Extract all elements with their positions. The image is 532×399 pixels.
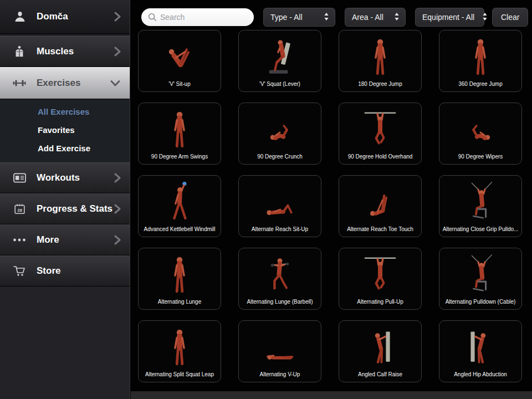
exercise-card[interactable]: Alternating Pull-Up xyxy=(339,248,422,310)
sidebar-item-progress-stats[interactable]: 28 Progress & Stats xyxy=(0,193,130,224)
exercise-card[interactable]: Alternating Split Squat Leap xyxy=(138,320,221,382)
exercise-name: Angled Calf Raise xyxy=(339,371,421,382)
dropdown-label: Type - All xyxy=(270,13,316,22)
sidebar-item-more[interactable]: More xyxy=(0,224,130,255)
search-input[interactable] xyxy=(141,8,254,26)
exercise-name: 180 Degree Jump xyxy=(339,81,421,91)
exercise-name: Alternating Split Squat Leap xyxy=(139,371,221,382)
bottom-strip xyxy=(131,391,532,399)
sort-arrows-icon xyxy=(324,12,329,23)
exercise-card[interactable]: Angled Calf Raise xyxy=(339,320,422,382)
exercise-card[interactable]: 360 Degree Jump xyxy=(439,30,522,92)
sidebar-item-exercises[interactable]: Exercises xyxy=(0,67,130,99)
sort-arrows-icon xyxy=(394,12,400,23)
dumbbell-icon xyxy=(12,79,27,87)
chevron-right-icon xyxy=(114,46,121,57)
sidebar-item-muscles[interactable]: Muscles xyxy=(0,36,130,67)
exercise-name: 'V' Sit-up xyxy=(139,81,221,91)
exercise-card[interactable]: 'V' Sit-up xyxy=(138,30,221,92)
exercise-name: Alternating Lunge xyxy=(139,299,221,309)
filter-bar: Type - All Area - All Equipment - All Cl… xyxy=(131,0,532,27)
exercise-card[interactable]: Angled Hip Abduction xyxy=(439,320,522,382)
chevron-right-icon xyxy=(114,11,121,22)
exercise-name: 90 Degree Wipers xyxy=(439,154,521,164)
dropdown-label: Equipment - All xyxy=(422,13,474,22)
exercise-name: Alternate Reach Sit-Up xyxy=(239,226,321,237)
exercise-figure xyxy=(439,176,521,226)
exercises-submenu: All Exercises Favorites Add Exercise xyxy=(0,99,130,162)
exercise-name: 'V' Squat (Lever) xyxy=(239,81,321,91)
search-field-wrap xyxy=(141,8,254,26)
exercise-name: Angled Hip Abduction xyxy=(439,371,521,382)
exercise-figure xyxy=(439,248,521,299)
exercise-name: Alternating Pull-Up xyxy=(339,299,421,309)
area-filter-dropdown[interactable]: Area - All xyxy=(345,8,406,27)
sidebar-item-label: Progress & Stats xyxy=(37,203,114,214)
workouts-icon xyxy=(12,173,27,183)
submenu-add-exercise[interactable]: Add Exercise xyxy=(0,139,130,157)
sidebar-item-workouts[interactable]: Workouts xyxy=(0,162,130,193)
exercise-card[interactable]: Alternating V-Up xyxy=(238,320,321,382)
exercise-card[interactable]: 90 Degree Crunch xyxy=(238,103,321,165)
exercise-figure xyxy=(139,30,221,81)
submenu-all-exercises[interactable]: All Exercises xyxy=(0,103,130,121)
exercise-figure xyxy=(139,176,221,226)
exercise-figure xyxy=(339,321,421,371)
exercise-figure xyxy=(139,321,221,371)
sidebar-profile[interactable]: Domča xyxy=(0,0,130,34)
exercise-figure xyxy=(339,103,421,154)
exercise-figure xyxy=(339,176,421,226)
chevron-right-icon xyxy=(114,203,121,214)
clear-filters-button[interactable]: Clear xyxy=(492,8,528,27)
chevron-down-icon xyxy=(110,80,121,87)
exercise-grid: 'V' Sit-up 'V' Squat (Lever) 180 Degree … xyxy=(131,27,532,382)
exercise-card[interactable]: 90 Degree Hold Overhand xyxy=(339,103,422,165)
exercise-figure xyxy=(339,30,421,81)
exercise-figure xyxy=(339,248,421,299)
chevron-right-icon xyxy=(114,172,121,183)
cart-icon xyxy=(12,265,27,277)
exercise-figure xyxy=(139,103,221,154)
exercise-figure xyxy=(239,321,321,371)
type-filter-dropdown[interactable]: Type - All xyxy=(263,8,335,27)
exercise-figure xyxy=(439,103,521,154)
main-content: Type - All Area - All Equipment - All Cl… xyxy=(131,0,532,399)
sort-arrows-icon xyxy=(482,12,488,23)
calendar-icon: 28 xyxy=(12,203,27,215)
exercise-card[interactable]: Alternating Close Grip Pulldo... xyxy=(439,175,522,237)
exercise-name: Alternate Reach Toe Touch xyxy=(339,226,421,237)
exercise-card[interactable]: 180 Degree Jump xyxy=(339,30,422,92)
exercise-name: 360 Degree Jump xyxy=(439,81,521,91)
exercise-card[interactable]: Alternating Lunge (Barbell) xyxy=(238,248,321,310)
sidebar: Domča Muscles xyxy=(0,0,130,399)
exercise-card[interactable]: Alternating Pulldown (Cable) xyxy=(439,248,522,310)
exercise-card[interactable]: Alternate Reach Toe Touch xyxy=(339,175,422,237)
exercise-name: Alternating Lunge (Barbell) xyxy=(239,299,321,309)
submenu-favorites[interactable]: Favorites xyxy=(0,121,130,139)
sidebar-item-store[interactable]: Store xyxy=(0,255,130,287)
exercise-name: Alternating Close Grip Pulldo... xyxy=(439,226,521,237)
exercise-card[interactable]: Alternating Lunge xyxy=(138,248,221,310)
exercise-name: Alternating Pulldown (Cable) xyxy=(439,299,521,309)
equipment-filter-dropdown[interactable]: Equipment - All xyxy=(415,8,484,27)
exercise-card[interactable]: 'V' Squat (Lever) xyxy=(238,30,321,92)
exercise-figure xyxy=(439,30,521,81)
exercise-figure xyxy=(239,103,321,154)
muscles-icon xyxy=(12,45,27,58)
exercise-card[interactable]: 90 Degree Wipers xyxy=(439,103,522,165)
exercise-card[interactable]: Alternate Reach Sit-Up xyxy=(238,175,321,237)
exercise-card[interactable]: 90 Degree Arm Swings xyxy=(138,103,221,165)
sidebar-item-label: Exercises xyxy=(37,78,110,89)
sidebar-item-label: Workouts xyxy=(37,172,114,183)
sidebar-filler xyxy=(0,287,130,397)
profile-name: Domča xyxy=(37,11,114,22)
calendar-day-number: 28 xyxy=(17,208,22,213)
exercise-figure xyxy=(439,321,521,371)
user-icon xyxy=(13,10,27,23)
exercise-name: 90 Degree Crunch xyxy=(239,154,321,164)
sidebar-item-label: Muscles xyxy=(37,46,114,57)
exercise-name: 90 Degree Hold Overhand xyxy=(339,154,421,164)
exercise-card[interactable]: Advanced Kettlebell Windmill xyxy=(138,175,221,237)
exercise-name: 90 Degree Arm Swings xyxy=(139,154,221,164)
app-window: Domča Muscles xyxy=(0,0,532,399)
